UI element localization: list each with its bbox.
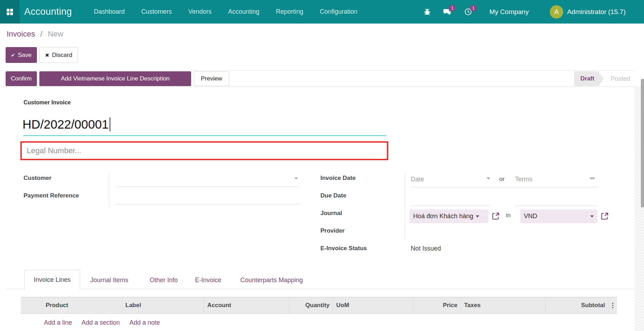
journal-label: Journal <box>320 210 342 217</box>
due-date-underline <box>411 206 489 206</box>
currency-caret-icon <box>590 215 594 218</box>
column-label: Label <box>122 297 204 313</box>
tab-e-invoice[interactable]: E-Invoice <box>195 277 221 284</box>
main-menu: Dashboard Customers Vendors Accounting R… <box>94 0 357 24</box>
apps-menu-button[interactable] <box>0 0 20 24</box>
company-switcher[interactable]: My Company <box>489 8 529 16</box>
discard-button-label: Discard <box>52 52 72 59</box>
journal-caret-icon <box>476 215 479 218</box>
customer-dropdown-caret[interactable] <box>294 177 298 180</box>
save-button[interactable]: ✔ Save <box>6 47 37 63</box>
column-options: ⋮ <box>608 297 617 313</box>
invoice-date-label: Invoice Date <box>320 175 356 182</box>
currency-value: VND <box>524 213 537 220</box>
save-button-label: Save <box>18 52 32 59</box>
journal-value: Hoá đơn Khách hàng <box>413 213 473 220</box>
due-date-date-input[interactable]: Date <box>411 176 424 183</box>
state-posted[interactable]: Posted <box>604 71 632 86</box>
apps-grid-icon <box>6 8 14 16</box>
messages-icon[interactable]: 1 <box>442 7 451 17</box>
column-account: Account <box>204 297 289 313</box>
column-taxes: Taxes <box>461 297 545 313</box>
column-options-kebab-icon[interactable]: ⋮ <box>610 301 616 309</box>
menu-item-configuration[interactable]: Configuration <box>320 8 357 15</box>
debug-bug-icon[interactable] <box>423 7 432 17</box>
due-date-label: Due Date <box>320 192 346 199</box>
currency-external-link-icon[interactable] <box>600 212 609 221</box>
invoice-name-input[interactable]: HD/2022/00001 <box>22 117 110 131</box>
statusbar-top-border <box>0 70 635 71</box>
preview-button[interactable]: Preview <box>194 71 229 86</box>
currency-select[interactable]: VND <box>520 209 597 223</box>
breadcrumb-invoices-link[interactable]: Invoices <box>7 30 35 38</box>
breadcrumb: Invoices / New <box>7 30 63 39</box>
tab-journal-items[interactable]: Journal Items <box>90 277 128 284</box>
customer-input[interactable] <box>116 187 300 187</box>
column-product: Product <box>42 297 122 313</box>
payment-reference-label: Payment Reference <box>24 192 79 199</box>
column-uom: UoM <box>333 297 413 313</box>
table-add-links: Add a line Add a section Add a note <box>44 319 160 326</box>
provider-label: Provider <box>320 227 345 234</box>
tab-counterparts-mapping[interactable]: Counterparts Mapping <box>240 277 303 284</box>
activities-clock-icon[interactable]: 1 <box>463 7 473 17</box>
discard-button[interactable]: ✖ Discard <box>39 47 78 63</box>
tab-other-info[interactable]: Other Info <box>150 277 178 284</box>
menu-item-customers[interactable]: Customers <box>141 8 172 15</box>
tabs-border <box>6 289 635 289</box>
app-title: Accounting <box>24 6 72 17</box>
systray: 1 1 My Company A Administrator (15.7) <box>423 0 626 24</box>
cross-icon: ✖ <box>45 52 49 58</box>
user-avatar[interactable]: A <box>550 5 563 19</box>
confirm-button[interactable]: Confirm <box>6 71 37 86</box>
payment-reference-input[interactable] <box>116 204 300 205</box>
state-draft[interactable]: Draft <box>574 71 604 86</box>
check-icon: ✔ <box>11 52 15 58</box>
add-vietnamese-invoice-line-description-button[interactable]: Add Vietnamese Invoice Line Description <box>39 71 191 86</box>
due-date-dropdown-caret[interactable] <box>487 177 490 180</box>
terms-underline <box>515 206 598 206</box>
tab-invoice-lines[interactable]: Invoice Lines <box>24 270 80 290</box>
document-type-label: Customer Invoice <box>24 99 71 106</box>
column-quantity: Quantity <box>289 297 333 313</box>
journal-external-link-icon[interactable] <box>491 212 500 221</box>
menu-item-vendors[interactable]: Vendors <box>188 8 212 15</box>
top-navbar: Accounting Dashboard Customers Vendors A… <box>0 0 644 24</box>
invoice-name-value: HD/2022/00001 <box>22 117 109 131</box>
add-a-note-link[interactable]: Add a note <box>129 319 160 326</box>
right-column-separator <box>405 173 405 240</box>
journal-select[interactable]: Hoá đơn Khách hàng <box>410 209 488 223</box>
focused-field-underline <box>24 135 386 136</box>
breadcrumb-current: New <box>48 30 63 38</box>
invoice-date-input[interactable] <box>411 187 598 187</box>
breadcrumb-separator: / <box>40 30 43 38</box>
legal-number-input[interactable] <box>22 146 387 155</box>
statusbar-bottom-border <box>0 86 635 87</box>
activities-badge: 1 <box>470 5 477 12</box>
left-column-separator <box>109 173 109 207</box>
row-handle-column <box>21 297 42 313</box>
menu-item-dashboard[interactable]: Dashboard <box>94 8 125 15</box>
menu-item-reporting[interactable]: Reporting <box>276 8 303 15</box>
text-cursor <box>110 117 110 131</box>
invoice-lines-table-header: Product Label Account Quantity UoM Price… <box>21 297 617 314</box>
add-a-section-link[interactable]: Add a section <box>82 319 120 326</box>
column-subtotal: Subtotal <box>545 297 608 313</box>
odoo-invoice-form-page: Accounting Dashboard Customers Vendors A… <box>0 0 644 331</box>
legal-number-field-highlight <box>20 141 388 160</box>
menu-item-accounting[interactable]: Accounting <box>228 8 259 15</box>
or-label: or <box>499 176 505 183</box>
column-price: Price <box>413 297 461 313</box>
terms-input[interactable]: Terms <box>515 176 532 183</box>
status-pipeline: Draft Posted <box>574 71 632 86</box>
messages-badge: 1 <box>449 5 456 12</box>
user-menu[interactable]: Administrator (15.7) <box>567 8 626 16</box>
einvoice-status-value: Not Issued <box>411 245 441 252</box>
einvoice-status-label: E-Invoice Status <box>320 245 367 252</box>
add-a-line-link[interactable]: Add a line <box>44 319 72 326</box>
customer-label: Customer <box>24 175 51 182</box>
terms-dropdown-caret[interactable] <box>590 177 593 180</box>
in-label: in <box>506 212 510 219</box>
vertical-scrollbar-thumb[interactable] <box>641 79 644 207</box>
